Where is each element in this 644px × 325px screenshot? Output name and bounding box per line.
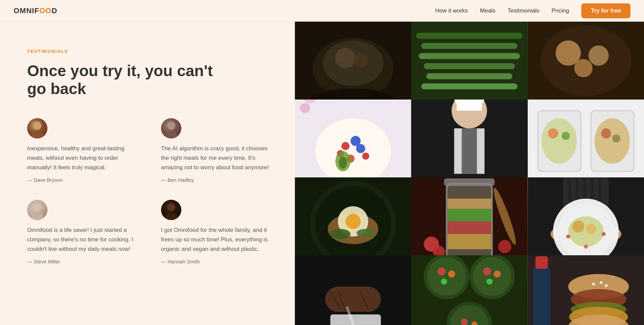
testimonial-author-dave: — Dave Bryson: [27, 177, 141, 183]
svg-rect-97: [330, 315, 381, 325]
svg-point-35: [356, 144, 365, 153]
gallery-cell-9: [528, 177, 644, 255]
svg-point-108: [441, 279, 447, 285]
avatar-steve: [27, 200, 47, 220]
svg-rect-43: [457, 100, 482, 111]
svg-rect-66: [448, 221, 491, 234]
svg-point-72: [498, 240, 511, 253]
gallery-cell-12: [528, 255, 644, 325]
svg-point-24: [588, 45, 609, 66]
gallery-cell-4: [295, 100, 411, 177]
svg-point-52: [562, 132, 570, 140]
svg-point-107: [448, 270, 455, 278]
gallery-cell-3: [528, 22, 644, 100]
svg-rect-17: [424, 63, 515, 69]
svg-point-126: [600, 281, 603, 284]
section-label: TESTIMONIALS: [27, 49, 275, 54]
testimonial-text-dave: Inexpensive, healthy and great-tasting m…: [27, 144, 141, 172]
svg-point-5: [31, 213, 43, 220]
svg-rect-92: [325, 287, 381, 312]
gallery-cell-11: [411, 255, 527, 325]
svg-point-88: [566, 235, 570, 239]
logo-accent: OO: [39, 6, 52, 15]
testimonial-text-hannah: I got Omnifood for the whole family, and…: [161, 225, 275, 254]
svg-point-32: [341, 142, 349, 150]
gallery-cell-6: [528, 100, 644, 177]
svg-point-61: [330, 229, 350, 239]
testimonials-grid: Inexpensive, healthy and great-tasting m…: [27, 118, 275, 264]
testimonial-author-ben: — Ben Hadley: [161, 177, 275, 183]
gallery-cell-5: [411, 100, 527, 177]
avatar-dave: [27, 118, 47, 138]
testimonial-author-steve: — Steve Miller: [27, 259, 141, 264]
svg-point-11: [335, 48, 356, 68]
testimonial-hannah: I got Omnifood for the whole family, and…: [161, 200, 275, 264]
testimonial-text-ben: The AI algorithm is crazy good, it choos…: [161, 144, 275, 172]
svg-point-127: [605, 284, 608, 287]
svg-rect-18: [416, 33, 522, 39]
svg-point-103: [427, 257, 466, 296]
svg-point-60: [345, 214, 361, 229]
avatar-hannah: [161, 200, 181, 220]
svg-rect-68: [448, 199, 491, 209]
svg-point-109: [483, 267, 491, 276]
svg-point-7: [165, 213, 177, 220]
section-heading: Once you try it, you can't go back: [27, 62, 230, 98]
svg-point-6: [167, 203, 175, 211]
svg-point-53: [601, 128, 611, 138]
svg-point-49: [541, 118, 577, 164]
gallery-cell-2: [411, 22, 527, 100]
svg-rect-65: [448, 234, 491, 249]
svg-point-62: [357, 229, 375, 237]
svg-rect-19: [426, 73, 512, 79]
nav-meals[interactable]: Meals: [480, 7, 495, 14]
gallery-section: [295, 22, 644, 325]
svg-rect-69: [444, 178, 495, 186]
svg-rect-15: [421, 43, 518, 49]
testimonial-steve: Omnifood is a life saver! I just started…: [27, 200, 141, 264]
svg-point-106: [438, 267, 446, 276]
svg-point-25: [574, 59, 592, 78]
svg-rect-45: [462, 128, 477, 174]
svg-point-37: [362, 153, 369, 160]
svg-rect-119: [535, 256, 548, 269]
nav-how-it-works[interactable]: How it works: [435, 7, 468, 14]
svg-point-3: [165, 131, 177, 138]
svg-rect-16: [419, 53, 520, 59]
svg-point-110: [494, 270, 501, 278]
navbar: OMNIFOOD How it works Meals Testimonials…: [0, 0, 644, 22]
svg-point-2: [167, 122, 175, 130]
svg-point-105: [473, 257, 511, 296]
gallery-cell-1: [295, 22, 411, 100]
gallery-cell-7: [295, 177, 411, 255]
testimonials-section: TESTIMONIALS Once you try it, you can't …: [0, 22, 295, 325]
svg-point-12: [353, 53, 368, 68]
nav-links: How it works Meals Testimonials Pricing …: [435, 3, 630, 18]
testimonial-ben: The AI algorithm is crazy good, it choos…: [161, 118, 275, 183]
gallery-cell-8: [411, 177, 527, 255]
nav-testimonials[interactable]: Testimonials: [508, 7, 540, 14]
svg-point-4: [33, 203, 41, 211]
svg-rect-20: [421, 83, 518, 89]
testimonial-text-steve: Omnifood is a life saver! I just started…: [27, 225, 141, 254]
svg-point-86: [572, 220, 584, 233]
testimonial-dave: Inexpensive, healthy and great-tasting m…: [27, 118, 141, 183]
try-for-free-button[interactable]: Try for free: [581, 3, 630, 18]
gallery-cell-10: [295, 255, 411, 325]
testimonial-author-hannah: — Hannah Smith: [161, 259, 275, 264]
svg-point-87: [586, 224, 596, 234]
svg-rect-67: [448, 209, 491, 221]
svg-point-1: [31, 131, 43, 138]
svg-point-111: [487, 279, 493, 285]
svg-point-85: [568, 216, 603, 247]
svg-point-54: [612, 134, 620, 143]
nav-pricing[interactable]: Pricing: [551, 7, 569, 14]
svg-point-0: [33, 122, 41, 130]
logo: OMNIFOOD: [14, 6, 57, 15]
svg-point-51: [548, 128, 558, 138]
svg-point-89: [602, 232, 606, 236]
svg-rect-118: [533, 266, 550, 325]
svg-point-90: [584, 245, 588, 249]
svg-point-29: [300, 103, 310, 113]
page-wrapper: TESTIMONIALS Once you try it, you can't …: [0, 0, 644, 325]
